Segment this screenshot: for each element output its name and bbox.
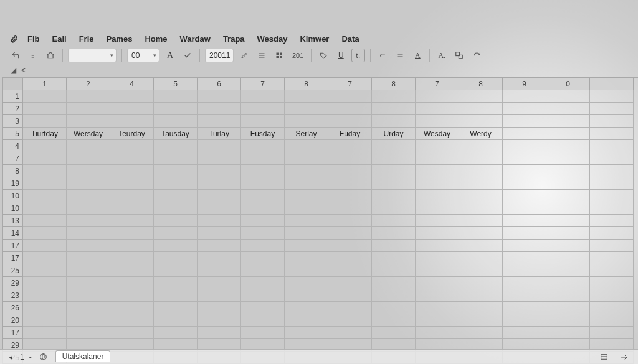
column-header[interactable]: 9 xyxy=(503,78,546,90)
cell[interactable] xyxy=(67,140,110,152)
cell[interactable] xyxy=(23,289,67,302)
cell[interactable] xyxy=(67,302,110,314)
cell[interactable] xyxy=(154,140,198,152)
cell[interactable] xyxy=(590,277,634,289)
column-header[interactable]: 6 xyxy=(198,78,241,90)
cell[interactable]: Werdy xyxy=(459,128,503,140)
cell[interactable] xyxy=(503,215,546,227)
cell[interactable] xyxy=(154,240,198,252)
cell[interactable] xyxy=(154,103,198,115)
cell[interactable] xyxy=(590,314,634,327)
cell[interactable] xyxy=(546,177,590,190)
row-header[interactable]: 17 xyxy=(3,252,23,264)
cell[interactable] xyxy=(372,302,416,314)
cell[interactable] xyxy=(372,202,416,215)
row-header[interactable]: 17 xyxy=(3,240,23,252)
cell[interactable] xyxy=(23,115,67,128)
select-all-corner[interactable] xyxy=(3,78,23,90)
cell[interactable] xyxy=(110,140,154,152)
menu-item-data[interactable]: Data xyxy=(336,33,364,45)
row-header[interactable]: 10 xyxy=(3,190,23,202)
cell[interactable] xyxy=(372,115,416,128)
row-header[interactable]: 17 xyxy=(3,327,23,339)
cell[interactable] xyxy=(67,215,110,227)
cell[interactable] xyxy=(23,252,67,264)
cell[interactable] xyxy=(241,252,285,264)
cell[interactable] xyxy=(23,190,67,202)
cell[interactable] xyxy=(285,177,328,190)
cell[interactable] xyxy=(285,202,328,215)
cell[interactable] xyxy=(416,252,459,264)
cell[interactable] xyxy=(67,240,110,252)
view-layout-icon[interactable] xyxy=(597,350,611,364)
cell[interactable] xyxy=(328,314,372,327)
column-header[interactable]: 1 xyxy=(23,78,67,90)
cell[interactable] xyxy=(546,314,590,327)
cell[interactable] xyxy=(198,103,241,115)
cell[interactable] xyxy=(459,177,503,190)
cell[interactable]: Tausday xyxy=(154,128,198,140)
cell[interactable] xyxy=(285,165,328,177)
cell[interactable] xyxy=(416,302,459,314)
cell[interactable] xyxy=(328,190,372,202)
cell[interactable] xyxy=(416,140,459,152)
cell[interactable] xyxy=(241,103,285,115)
number-input[interactable]: 20011 xyxy=(205,49,234,62)
cell[interactable] xyxy=(110,227,154,240)
cell[interactable] xyxy=(416,165,459,177)
cell[interactable] xyxy=(198,190,241,202)
undo-button[interactable] xyxy=(9,49,22,62)
cell[interactable] xyxy=(110,289,154,302)
cell[interactable] xyxy=(459,277,503,289)
cell[interactable] xyxy=(110,177,154,190)
cell[interactable] xyxy=(459,152,503,165)
cell[interactable] xyxy=(154,115,198,128)
cell[interactable] xyxy=(198,289,241,302)
cell[interactable] xyxy=(198,227,241,240)
cell[interactable] xyxy=(328,264,372,277)
cell[interactable] xyxy=(590,90,634,103)
cell[interactable] xyxy=(198,252,241,264)
cell[interactable] xyxy=(198,152,241,165)
cell[interactable] xyxy=(23,240,67,252)
translate-icon[interactable] xyxy=(452,49,466,62)
cell[interactable] xyxy=(67,277,110,289)
grid-icon[interactable] xyxy=(272,49,286,62)
cell[interactable] xyxy=(285,227,328,240)
cell[interactable] xyxy=(154,252,198,264)
cell[interactable] xyxy=(328,277,372,289)
column-header[interactable]: 5 xyxy=(154,78,198,90)
cell[interactable] xyxy=(372,240,416,252)
cell[interactable] xyxy=(372,165,416,177)
cell[interactable] xyxy=(328,177,372,190)
row-header[interactable]: 2 xyxy=(3,103,23,115)
cell[interactable] xyxy=(67,152,110,165)
cell[interactable] xyxy=(372,227,416,240)
cell[interactable] xyxy=(546,103,590,115)
cell[interactable] xyxy=(241,264,285,277)
cell[interactable] xyxy=(372,252,416,264)
small-number[interactable]: 201 xyxy=(290,49,306,62)
cell[interactable] xyxy=(416,190,459,202)
cell[interactable] xyxy=(198,327,241,339)
column-header[interactable]: 8 xyxy=(285,78,328,90)
cell[interactable] xyxy=(67,289,110,302)
align-lines-icon[interactable] xyxy=(255,49,269,62)
cell[interactable] xyxy=(241,177,285,190)
cell[interactable] xyxy=(198,277,241,289)
cell[interactable] xyxy=(285,140,328,152)
cell[interactable] xyxy=(459,314,503,327)
cell[interactable] xyxy=(546,202,590,215)
cell[interactable]: Fusday xyxy=(241,128,285,140)
cell[interactable] xyxy=(546,140,590,152)
cell[interactable] xyxy=(67,227,110,240)
cell[interactable] xyxy=(285,289,328,302)
menu-item-fib[interactable]: Fib xyxy=(22,33,45,45)
globe-icon[interactable] xyxy=(37,350,50,364)
cell[interactable] xyxy=(67,252,110,264)
cell[interactable] xyxy=(503,115,546,128)
cell[interactable] xyxy=(285,327,328,339)
cell[interactable] xyxy=(503,302,546,314)
cell[interactable] xyxy=(372,289,416,302)
cell[interactable] xyxy=(503,327,546,339)
